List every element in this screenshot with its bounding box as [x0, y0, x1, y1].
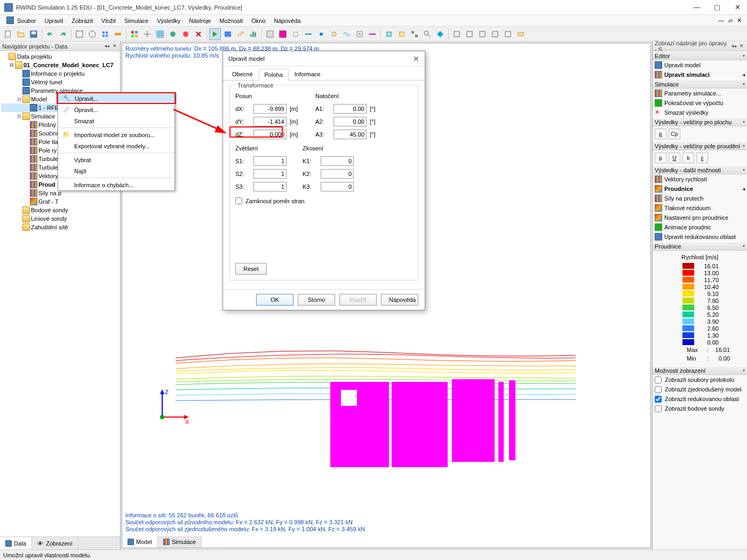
cm-upravit[interactable]: 🔧Upravit...: [58, 93, 174, 104]
tool-14[interactable]: [222, 28, 234, 40]
mdi-close[interactable]: ✕: [737, 17, 742, 24]
menu-simulace[interactable]: Simulace: [120, 17, 153, 25]
rp-btn-p1[interactable]: p: [655, 129, 666, 139]
input-dz[interactable]: [253, 130, 287, 139]
input-k2[interactable]: [321, 169, 354, 179]
input-k1[interactable]: [321, 156, 354, 166]
nav-tab-data[interactable]: Data: [0, 537, 32, 549]
nav-close[interactable]: ✕: [112, 43, 118, 50]
tool-21[interactable]: [315, 28, 327, 40]
input-a3[interactable]: [333, 130, 367, 139]
tree-root[interactable]: Data projektu: [1, 52, 119, 61]
tool-30[interactable]: [434, 28, 446, 40]
dialog-close-button[interactable]: ✕: [413, 54, 419, 63]
menu-upravit[interactable]: Upravit: [40, 17, 67, 25]
rp-sim-head[interactable]: Simulace▾: [653, 79, 747, 89]
rp-btn-p2[interactable]: p: [655, 153, 666, 163]
tree-graf[interactable]: Graf - T: [1, 197, 119, 206]
rp-reduk[interactable]: Upravit redukovanou oblast: [653, 232, 747, 242]
rp-btn-cp[interactable]: Cp: [669, 129, 680, 139]
tree-info[interactable]: Informace o projektu: [1, 69, 119, 78]
tool-11[interactable]: [167, 28, 179, 40]
cm-smazat[interactable]: Smazat: [58, 115, 174, 126]
viewport-tab-model[interactable]: Model: [122, 536, 158, 548]
viewport-tab-simulace[interactable]: Simulace: [158, 536, 202, 548]
tool-open[interactable]: [15, 28, 27, 40]
tool-6[interactable]: [99, 28, 111, 40]
tool-8[interactable]: [129, 28, 140, 40]
pouzit-button[interactable]: Použít: [339, 294, 377, 306]
menu-soubor[interactable]: Soubor: [13, 17, 40, 25]
dlg-tab-poloha[interactable]: Poloha: [259, 69, 289, 81]
rp-btn-k[interactable]: k: [682, 153, 694, 163]
rp-tlak[interactable]: Tlakové reziduum: [653, 203, 747, 213]
tool-31[interactable]: [451, 28, 463, 40]
close-button[interactable]: ✕: [732, 3, 743, 11]
tool-delete[interactable]: [193, 28, 204, 40]
menu-napoveda[interactable]: Nápověda: [270, 17, 305, 25]
tool-new[interactable]: [2, 28, 14, 40]
menu-zobrazit[interactable]: Zobrazit: [67, 17, 97, 25]
lock-aspect-checkbox[interactable]: Zamknout poměr stran: [235, 197, 412, 204]
tree-tunnel[interactable]: Větrný tunel: [1, 78, 119, 86]
tool-grid[interactable]: [154, 28, 166, 40]
mdi-minimize[interactable]: —: [718, 17, 724, 24]
tool-34[interactable]: [489, 28, 501, 40]
dlg-tab-informace[interactable]: Informace: [289, 68, 327, 80]
tool-26[interactable]: [383, 28, 395, 40]
rp-params[interactable]: Parametry simulace...: [653, 89, 747, 98]
tool-12[interactable]: [180, 28, 192, 40]
cm-opravit[interactable]: 🩹Opravit...: [58, 104, 174, 115]
rp-vekt[interactable]: Vektory rychlostí: [653, 174, 747, 184]
tree-bodove[interactable]: Bodové sondy: [1, 206, 119, 214]
tool-23[interactable]: [341, 28, 353, 40]
rp-anim[interactable]: Animace proudnic: [653, 222, 747, 232]
tool-redo[interactable]: [57, 28, 69, 40]
tool-19[interactable]: [290, 28, 301, 40]
input-a1[interactable]: [333, 104, 367, 114]
tool-33[interactable]: [476, 28, 488, 40]
rp-upravit-model[interactable]: Upravit model: [653, 60, 747, 70]
tool-24[interactable]: [354, 28, 365, 40]
rp-pin[interactable]: ◂⬥: [731, 43, 737, 50]
tool-25[interactable]: [367, 28, 378, 40]
minimize-button[interactable]: —: [692, 3, 702, 11]
cm-import[interactable]: 📁Importovat model ze souboru...: [58, 129, 174, 140]
storno-button[interactable]: Storno: [298, 294, 335, 306]
rp-proudeni-head[interactable]: Výsledky - veličiny pole proudění▾: [653, 141, 747, 150]
tree-liniove[interactable]: Liniové sondy: [1, 214, 119, 223]
tool-save[interactable]: [28, 28, 39, 40]
tool-36[interactable]: [515, 28, 527, 40]
rp-dalsi-head[interactable]: Výsledky - další možnosti▾: [653, 165, 747, 174]
tool-15[interactable]: [235, 28, 247, 40]
rp-close[interactable]: ✕: [738, 43, 745, 50]
tool-17[interactable]: [264, 28, 276, 40]
rp-proudnice-head[interactable]: Proudnice▾: [653, 242, 747, 251]
tool-32[interactable]: [464, 28, 475, 40]
rp-check2[interactable]: Zobrazit zjednodušený model: [653, 385, 747, 394]
tool-35[interactable]: [502, 28, 514, 40]
menu-vysledky[interactable]: Výsledky: [153, 17, 185, 25]
mdi-restore[interactable]: ▱: [728, 17, 733, 24]
input-dy[interactable]: [253, 117, 287, 126]
input-s1[interactable]: [253, 156, 287, 166]
tool-5[interactable]: [86, 28, 98, 40]
menu-moznosti[interactable]: Možnosti: [215, 17, 247, 25]
nav-pin[interactable]: ◂⬥: [104, 43, 110, 50]
ok-button[interactable]: OK: [256, 294, 293, 306]
input-s2[interactable]: [253, 169, 287, 179]
tool-16[interactable]: [248, 28, 259, 40]
cm-export[interactable]: Exportovat vybrané modely...: [58, 140, 174, 151]
input-dx[interactable]: [253, 104, 287, 114]
rp-proudnice[interactable]: Proudnice◂: [653, 184, 747, 194]
tool-20[interactable]: [303, 28, 314, 40]
maximize-button[interactable]: ▢: [712, 3, 722, 11]
cm-vybrat[interactable]: Vybrat: [58, 154, 174, 165]
rp-upravit-sim[interactable]: Upravit simulaci◂: [653, 70, 747, 79]
rp-delete[interactable]: ✕Smazat výsledky: [653, 108, 747, 117]
input-s3[interactable]: [253, 182, 287, 191]
rp-btn-u[interactable]: U: [669, 153, 680, 163]
napoveda-button[interactable]: Nápověda: [381, 294, 418, 306]
tool-29[interactable]: [422, 28, 433, 40]
input-a2[interactable]: [333, 117, 367, 126]
